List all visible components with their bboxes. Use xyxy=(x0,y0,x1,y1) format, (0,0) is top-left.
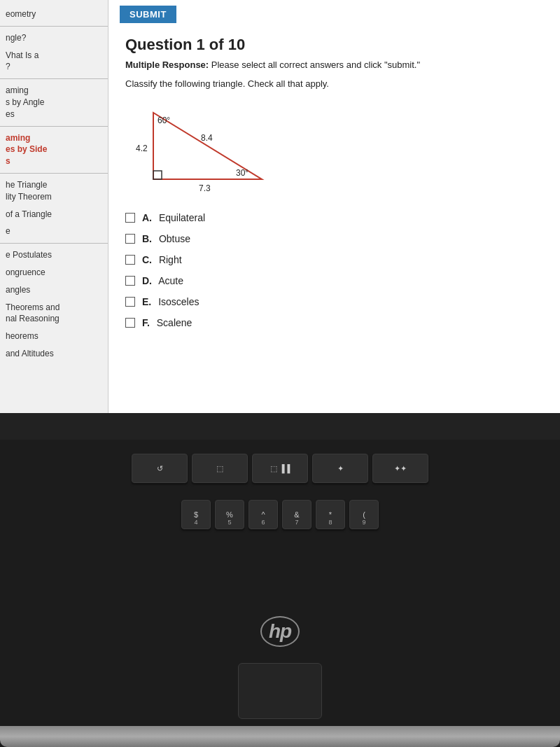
checkbox-d[interactable] xyxy=(125,276,135,286)
side-hyp-label: 8.4 xyxy=(201,133,213,143)
answer-text-e: Isosceles xyxy=(158,296,199,307)
answer-item-f: F. Scalene xyxy=(125,317,543,328)
trackpad[interactable] xyxy=(238,663,322,719)
key-brightness-down[interactable]: ✦ xyxy=(312,454,368,483)
answer-text-a: Equilateral xyxy=(159,212,205,223)
sidebar-item-geometry[interactable]: eometry xyxy=(0,6,108,23)
key-refresh[interactable]: ↺ xyxy=(132,454,188,483)
sidebar-item-triangle-area[interactable]: of a Triangle xyxy=(0,206,108,223)
question-body: Classify the following triangle. Check a… xyxy=(125,78,543,89)
answer-item-e: E. Isosceles xyxy=(125,296,543,307)
key-8[interactable]: * 8 xyxy=(316,500,345,529)
sidebar-item-postulates[interactable]: e Postulates xyxy=(0,246,108,264)
angle-top-label: 60° xyxy=(158,116,170,125)
side-bottom-label: 7.3 xyxy=(199,183,211,193)
laptop-bottom-bezel xyxy=(0,726,560,747)
key-window[interactable]: ⬚ xyxy=(192,454,248,483)
sidebar: eometry ngle? Vhat Is a? amings by Angle… xyxy=(0,0,108,413)
sidebar-item-angles[interactable]: angles xyxy=(0,281,108,299)
answer-text-d: Acute xyxy=(158,275,183,286)
triangle-svg: 60° 30° 4.2 8.4 7.3 xyxy=(132,99,286,197)
answer-letter-e: E. xyxy=(142,296,151,307)
question-instruction-text: Please select all correct answers and cl… xyxy=(211,60,420,70)
answer-text-c: Right xyxy=(159,254,182,265)
key-row-numbers: $ 4 % 5 ^ 6 & 7 * 8 ( 9 xyxy=(21,500,539,529)
answer-letter-c: C. xyxy=(142,254,152,265)
laptop-bezel: ↺ ⬚ ⬚ ▐▐ ✦ ✦✦ $ 4 % 5 ^ 6 & 7 xyxy=(0,413,560,747)
key-5[interactable]: % 5 xyxy=(215,500,244,529)
answer-item-c: C. Right xyxy=(125,254,543,265)
side-left-label: 4.2 xyxy=(136,144,148,153)
key-7[interactable]: & 7 xyxy=(282,500,312,529)
sidebar-item-whatis[interactable]: Vhat Is a? xyxy=(0,47,108,76)
question-instruction: Multiple Response: Please select all cor… xyxy=(125,60,543,70)
key-6[interactable]: ^ 6 xyxy=(248,500,278,529)
angle-bottom-right-label: 30° xyxy=(236,168,248,178)
answer-list: A. Equilateral B. Obtuse C. Right xyxy=(125,212,543,328)
sidebar-item-naming-side[interactable]: aminges by Sides xyxy=(0,130,108,170)
key-9[interactable]: ( 9 xyxy=(349,500,379,529)
sidebar-item-triangle-theorem[interactable]: he Trianglelity Theorem xyxy=(0,176,108,206)
sidebar-item-theorems2[interactable]: heorems xyxy=(0,328,108,345)
sidebar-item-angle[interactable]: ngle? xyxy=(0,29,108,47)
checkbox-f[interactable] xyxy=(125,318,135,328)
key-row-special: ↺ ⬚ ⬚ ▐▐ ✦ ✦✦ xyxy=(21,454,539,483)
checkbox-e[interactable] xyxy=(125,297,135,307)
checkbox-b[interactable] xyxy=(125,234,135,244)
triangle-diagram: 60° 30° 4.2 8.4 7.3 xyxy=(132,99,543,200)
sidebar-item-e[interactable]: e xyxy=(0,223,108,240)
answer-item-d: D. Acute xyxy=(125,275,543,286)
main-content: SUBMIT Question 1 of 10 Multiple Respons… xyxy=(108,0,560,413)
sidebar-item-congruence[interactable]: ongruence xyxy=(0,264,108,281)
keyboard-area: ↺ ⬚ ⬚ ▐▐ ✦ ✦✦ $ 4 % 5 ^ 6 & 7 xyxy=(0,440,560,726)
key-multiwindow[interactable]: ⬚ ▐▐ xyxy=(252,454,308,483)
hp-logo: hp xyxy=(260,616,300,647)
svg-rect-1 xyxy=(153,171,162,179)
submit-button[interactable]: SUBMIT xyxy=(120,6,176,23)
key-4[interactable]: $ 4 xyxy=(181,500,211,529)
screen: eometry ngle? Vhat Is a? amings by Angle… xyxy=(0,0,560,413)
answer-letter-b: B. xyxy=(142,233,152,244)
submit-bar: SUBMIT xyxy=(108,0,560,29)
bezel-top xyxy=(0,413,560,440)
answer-text-f: Scalene xyxy=(157,317,192,328)
sidebar-item-naming-angle[interactable]: amings by Anglees xyxy=(0,82,108,123)
answer-item-b: B. Obtuse xyxy=(125,233,543,244)
answer-letter-d: D. xyxy=(142,275,152,286)
question-area: Question 1 of 10 Multiple Response: Plea… xyxy=(108,29,560,349)
key-brightness-up[interactable]: ✦✦ xyxy=(372,454,428,483)
answer-item-a: A. Equilateral xyxy=(125,212,543,223)
checkbox-a[interactable] xyxy=(125,213,135,223)
answer-letter-f: F. xyxy=(142,317,150,328)
answer-letter-a: A. xyxy=(142,212,152,223)
sidebar-item-theorems[interactable]: Theorems andnal Reasoning xyxy=(0,299,108,328)
sidebar-item-altitudes[interactable]: and Altitudes xyxy=(0,345,108,363)
question-type-label: Multiple Response: xyxy=(125,60,209,70)
answer-text-b: Obtuse xyxy=(159,233,190,244)
question-title: Question 1 of 10 xyxy=(125,36,543,54)
checkbox-c[interactable] xyxy=(125,255,135,265)
